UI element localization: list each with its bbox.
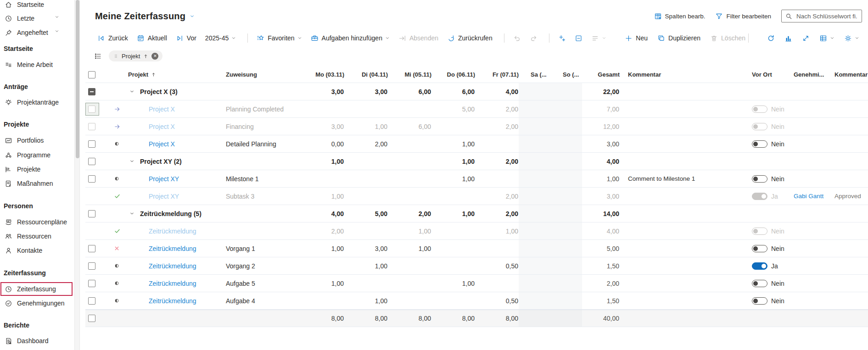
project-link[interactable]: Project XY — [149, 175, 179, 183]
chevron-down-icon[interactable] — [129, 159, 134, 164]
title-chevron-down-icon[interactable] — [190, 14, 195, 19]
row-checkbox[interactable] — [88, 262, 95, 270]
time-cell-mo[interactable]: 3,00 — [331, 123, 344, 130]
sidebar-item-genehmigungen[interactable]: Genehmigungen — [0, 296, 73, 310]
cell-mi[interactable] — [388, 188, 431, 205]
time-cell-di[interactable]: 3,00 — [375, 245, 388, 252]
time-cell-mo[interactable]: 1,00 — [331, 193, 344, 200]
time-cell-mo[interactable]: 2,00 — [331, 228, 344, 235]
time-cell-mo[interactable]: 1,00 — [331, 245, 344, 252]
time-cell-gesamt[interactable]: 3,00 — [607, 193, 620, 200]
cell-mo[interactable] — [312, 257, 344, 274]
time-cell-do[interactable]: 1,00 — [462, 140, 475, 148]
time-cell-mi[interactable]: 1,00 — [419, 228, 431, 235]
row-checkbox[interactable] — [88, 140, 95, 148]
edit-filters-button[interactable]: Filter bearbeiten — [715, 12, 771, 20]
cell-fr[interactable] — [475, 240, 519, 257]
project-link[interactable]: Zeitrückmeldung — [149, 280, 196, 287]
column-header-so[interactable]: So (... — [551, 67, 582, 83]
sidebar-item-projekte[interactable]: Projekte — [0, 162, 73, 176]
time-cell-fr[interactable]: 0,50 — [506, 297, 519, 305]
project-link[interactable]: Zeitrückmeldung — [149, 262, 196, 270]
time-cell-gesamt[interactable]: 5,00 — [607, 245, 620, 252]
sidebar-item-startseite[interactable]: Startseite — [0, 0, 73, 11]
time-cell-di[interactable]: 1,00 — [375, 297, 388, 305]
time-cell-do[interactable]: 1,00 — [462, 280, 475, 287]
time-cell-gesamt[interactable]: 1,00 — [607, 175, 620, 183]
toolbar-current-button[interactable]: Aktuell — [137, 34, 167, 42]
toolbar-duplicate-button[interactable]: Duplizieren — [657, 34, 700, 42]
chevron-down-icon[interactable] — [129, 211, 134, 216]
toolbar-add-row-button[interactable] — [558, 34, 566, 42]
sidebar-item-projektantraege[interactable]: Projektanträge — [0, 95, 73, 109]
search-box[interactable] — [781, 10, 862, 22]
sidebar-item-massnahmen[interactable]: Maßnahmen — [0, 177, 73, 190]
cell-di[interactable] — [344, 275, 388, 292]
cell-mo[interactable] — [312, 170, 344, 187]
onsite-toggle[interactable] — [752, 140, 767, 148]
toolbar-favorites-button[interactable]: Favoriten — [257, 34, 302, 42]
column-header-comment[interactable]: Kommentar — [620, 67, 734, 83]
sidebar-item-letzte[interactable]: Letzte — [0, 11, 73, 25]
sidebar-item-dashboard[interactable]: Dashboard — [0, 334, 73, 348]
row-checkbox[interactable] — [88, 158, 95, 165]
cell-mi[interactable] — [388, 275, 431, 292]
time-cell-gesamt[interactable]: 12,00 — [603, 123, 620, 130]
onsite-toggle[interactable] — [752, 297, 767, 305]
time-cell-mo[interactable]: 0,00 — [331, 140, 344, 148]
time-cell-gesamt[interactable]: 3,00 — [607, 140, 620, 148]
sidebar-item-programme[interactable]: Programme — [0, 148, 73, 162]
onsite-toggle[interactable] — [752, 175, 767, 183]
column-header-project[interactable]: Projekt — [127, 67, 223, 83]
onsite-toggle[interactable] — [752, 262, 767, 270]
row-checkbox[interactable] — [88, 210, 95, 217]
time-cell-fr[interactable]: 0,50 — [506, 262, 519, 270]
toolbar-fullscreen-button[interactable] — [802, 34, 810, 42]
toolbar-recall-button[interactable]: Zurückrufen — [447, 34, 493, 42]
time-cell-gesamt[interactable]: 1,50 — [607, 262, 620, 270]
cell-di[interactable] — [344, 222, 388, 239]
cell-do[interactable] — [431, 222, 475, 239]
time-cell-fr[interactable]: 2,00 — [506, 106, 519, 113]
sidebar-item-meine-arbeit[interactable]: Meine Arbeit — [0, 58, 73, 72]
column-header-di[interactable]: Di (04.11) — [344, 67, 388, 83]
cell-di[interactable] — [344, 100, 388, 117]
sidebar-item-ressourcen[interactable]: Ressourcen — [0, 229, 73, 243]
sidebar-item-kontakte[interactable]: Kontakte — [0, 244, 73, 257]
cell-do[interactable] — [431, 118, 475, 135]
cell-do[interactable] — [431, 188, 475, 205]
cell-do[interactable] — [431, 240, 475, 257]
column-header-sa[interactable]: Sa (... — [519, 67, 551, 83]
cell-mi[interactable] — [388, 257, 431, 274]
project-link[interactable]: Project X — [149, 106, 175, 113]
time-cell-fr[interactable]: 2,00 — [506, 193, 519, 200]
toolbar-settings-button[interactable] — [844, 34, 859, 42]
chevron-down-icon[interactable] — [55, 15, 62, 22]
time-cell-di[interactable]: 2,00 — [375, 140, 388, 148]
toolbar-refresh-button[interactable] — [767, 34, 775, 42]
chip-remove-button[interactable]: ✕ — [151, 53, 158, 60]
toolbar-add-tasks-button[interactable]: Aufgaben hinzufügen — [311, 34, 390, 42]
keyword-search-input[interactable] — [795, 12, 858, 20]
time-cell-fr[interactable]: 2,00 — [506, 123, 519, 130]
column-header-fr[interactable]: Fr (07.11) — [475, 67, 519, 83]
toolbar-back-button[interactable]: Zurück — [97, 34, 128, 42]
toolbar-new-button[interactable]: Neu — [625, 34, 648, 42]
row-checkbox[interactable] — [88, 88, 95, 95]
focused-cell[interactable] — [85, 103, 99, 116]
onsite-toggle[interactable] — [752, 245, 767, 252]
time-cell-gesamt[interactable]: 2,00 — [607, 280, 620, 287]
time-cell-mi[interactable]: 1,00 — [419, 245, 431, 252]
project-link[interactable]: Zeitrückmeldung — [149, 245, 196, 252]
cell-fr[interactable] — [475, 170, 519, 187]
column-header-mi[interactable]: Mi (05.11) — [388, 67, 431, 83]
sidebar-item-angeheftet[interactable]: Angeheftet — [0, 26, 73, 39]
time-cell-gesamt[interactable]: 1,50 — [607, 297, 620, 305]
time-cell-do[interactable]: 1,00 — [462, 175, 475, 183]
toolbar-chart-button[interactable] — [784, 34, 792, 42]
group-chip-projekt[interactable]: Projekt ✕ — [109, 50, 162, 61]
cell-fr[interactable] — [475, 135, 519, 152]
time-cell-gesamt[interactable]: 7,00 — [607, 106, 620, 113]
approver-link[interactable]: Gabi Gantt — [794, 193, 823, 200]
time-cell-di[interactable]: 1,00 — [375, 123, 388, 130]
